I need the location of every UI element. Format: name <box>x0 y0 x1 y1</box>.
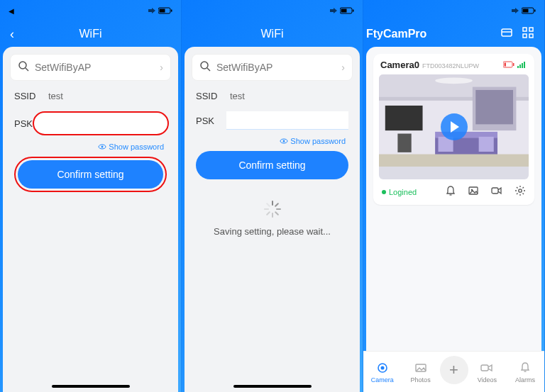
svg-rect-43 <box>385 106 423 130</box>
svg-rect-35 <box>519 65 521 68</box>
battery-icon <box>329 7 354 14</box>
svg-line-15 <box>275 203 278 206</box>
psk-input[interactable] <box>33 111 169 135</box>
tab-videos[interactable]: Videos <box>468 361 507 383</box>
bell-icon[interactable] <box>445 185 456 199</box>
tab-bar: Camera Photos + Videos Alarms <box>363 351 544 392</box>
setwifi-row[interactable]: SetWifiByAP › <box>192 54 353 81</box>
chevron-right-icon: › <box>160 62 163 73</box>
svg-rect-33 <box>513 63 514 66</box>
photo-icon[interactable] <box>468 185 479 199</box>
svg-line-19 <box>267 212 270 215</box>
svg-rect-27 <box>523 28 527 31</box>
navbar: ‹ WiFi <box>0 21 181 47</box>
svg-point-3 <box>19 62 26 69</box>
spinner-icon <box>263 199 282 219</box>
home-indicator <box>52 385 130 388</box>
tab-camera[interactable]: Camera <box>363 361 402 383</box>
video-icon[interactable] <box>490 185 503 199</box>
svg-rect-24 <box>534 10 536 12</box>
eye-icon <box>280 137 288 145</box>
setwifi-label: SetWifiByAP <box>35 62 160 73</box>
show-password-link[interactable]: Show password <box>14 142 164 151</box>
svg-rect-36 <box>522 63 523 68</box>
tab-alarms[interactable]: Alarms <box>506 361 544 383</box>
confirm-button[interactable]: Confirm setting <box>18 160 163 189</box>
svg-rect-25 <box>502 29 512 36</box>
svg-rect-32 <box>505 63 507 67</box>
play-button[interactable] <box>441 113 468 140</box>
svg-point-6 <box>101 146 104 148</box>
search-icon <box>199 60 211 74</box>
card-view-icon[interactable] <box>500 26 513 42</box>
navbar: FtyCamPro <box>363 21 544 47</box>
svg-rect-9 <box>353 10 354 12</box>
navbar: WiFi <box>182 21 363 47</box>
back-icon[interactable]: ‹ <box>10 27 14 42</box>
signal-bars-icon <box>517 61 527 68</box>
svg-point-50 <box>435 77 473 84</box>
camera-thumbnail[interactable] <box>379 74 529 179</box>
svg-line-17 <box>275 212 278 215</box>
camera-tab-icon <box>363 361 402 375</box>
svg-rect-29 <box>523 34 527 38</box>
camera-card: Camera0 FTD003482NLUPW <box>373 54 534 205</box>
battery-icon <box>148 7 172 14</box>
add-button[interactable]: + <box>440 356 468 384</box>
svg-rect-34 <box>517 66 519 68</box>
psk-field: PSK <box>196 111 348 130</box>
svg-point-13 <box>283 140 285 142</box>
photos-tab-icon <box>402 361 440 375</box>
home-indicator <box>233 385 312 388</box>
svg-rect-42 <box>475 90 513 124</box>
ssid-value: test <box>230 91 348 101</box>
ssid-value: test <box>48 91 167 101</box>
psk-input[interactable] <box>226 111 348 130</box>
confirm-highlight: Confirm setting <box>14 157 167 192</box>
svg-rect-8 <box>341 9 347 13</box>
gear-icon[interactable] <box>514 185 526 199</box>
svg-rect-2 <box>171 10 172 12</box>
svg-rect-28 <box>529 28 533 31</box>
svg-rect-54 <box>492 188 498 194</box>
signal-icon: ◀ <box>9 7 13 15</box>
saving-text: Saving setting, please wait... <box>192 226 353 237</box>
page-title: WiFi <box>0 28 181 40</box>
chevron-right-icon: › <box>341 62 345 73</box>
svg-point-55 <box>519 189 522 192</box>
camera-indicators <box>503 61 527 68</box>
grid-view-icon[interactable] <box>522 26 534 42</box>
status-badge: Logined <box>382 188 417 196</box>
status-bar <box>182 0 363 21</box>
search-icon <box>18 60 29 74</box>
saving-indicator: Saving setting, please wait... <box>192 199 353 237</box>
show-password-link[interactable]: Show password <box>196 137 346 145</box>
ssid-field: SSID test <box>196 91 348 101</box>
ssid-label: SSID <box>14 91 48 101</box>
ssid-label: SSID <box>196 91 230 101</box>
svg-rect-37 <box>524 62 525 68</box>
svg-point-57 <box>380 366 384 369</box>
svg-rect-1 <box>160 9 165 13</box>
ssid-field: SSID test <box>14 91 167 101</box>
camera-name: Camera0 <box>380 60 419 70</box>
page-title: WiFi <box>182 28 363 40</box>
svg-line-11 <box>207 68 210 71</box>
videos-tab-icon <box>468 361 507 375</box>
svg-rect-59 <box>481 365 488 371</box>
svg-rect-48 <box>479 137 494 152</box>
status-bar <box>363 0 544 21</box>
svg-point-10 <box>201 62 208 69</box>
eye-icon <box>98 142 106 151</box>
svg-rect-23 <box>523 9 529 13</box>
psk-field: PSK <box>14 111 167 135</box>
psk-label: PSK <box>14 118 33 129</box>
svg-rect-30 <box>529 34 533 38</box>
tab-photos[interactable]: Photos <box>402 361 440 383</box>
battery-low-icon <box>503 61 514 68</box>
svg-line-21 <box>267 203 270 206</box>
svg-line-4 <box>26 68 28 71</box>
confirm-button[interactable]: Confirm setting <box>196 151 348 179</box>
psk-label: PSK <box>196 116 226 126</box>
setwifi-row[interactable]: SetWifiByAP › <box>10 54 171 81</box>
